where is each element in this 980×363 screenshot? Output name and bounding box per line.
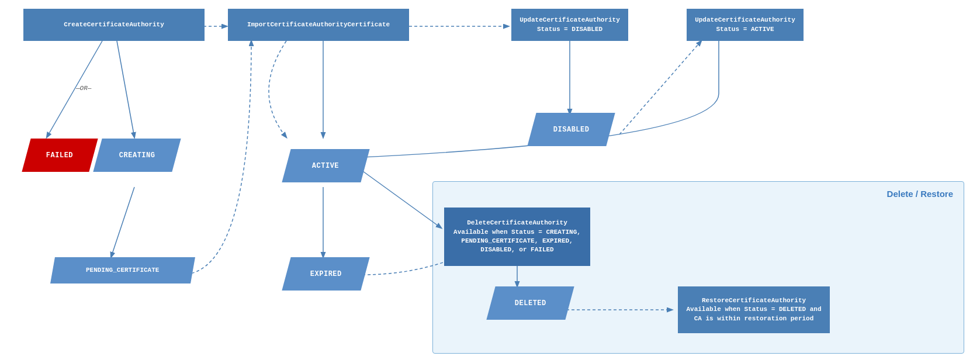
node-deleteCA: DeleteCertificateAuthorityAvailable when… xyxy=(444,208,590,266)
node-creating: CREATING xyxy=(93,139,181,172)
node-active: ACTIVE xyxy=(282,149,369,182)
diagram: Delete / Restore xyxy=(0,0,980,363)
node-pendingCert: PENDING_CERTIFICATE xyxy=(50,257,195,284)
svg-line-11 xyxy=(356,167,441,228)
svg-line-1 xyxy=(117,41,134,137)
svg-line-4 xyxy=(111,187,134,257)
or-label: —OR— xyxy=(76,85,91,92)
node-importCA: ImportCertificateAuthorityCertificate xyxy=(228,9,409,41)
svg-line-8 xyxy=(619,41,701,134)
node-updateActive: UpdateCertificateAuthorityStatus = ACTIV… xyxy=(687,9,804,41)
node-failed: FAILED xyxy=(22,139,98,172)
node-updateDisabled: UpdateCertificateAuthorityStatus = DISAB… xyxy=(511,9,628,41)
delete-restore-label: Delete / Restore xyxy=(887,189,953,199)
node-createCA: CreateCertificateAuthority xyxy=(23,9,205,41)
svg-line-0 xyxy=(47,41,102,137)
node-expired: EXPIRED xyxy=(282,257,369,291)
node-deleted: DELETED xyxy=(486,286,574,320)
node-disabled: DISABLED xyxy=(527,113,615,146)
node-restoreCA: RestoreCertificateAuthorityAvailable whe… xyxy=(678,286,830,333)
